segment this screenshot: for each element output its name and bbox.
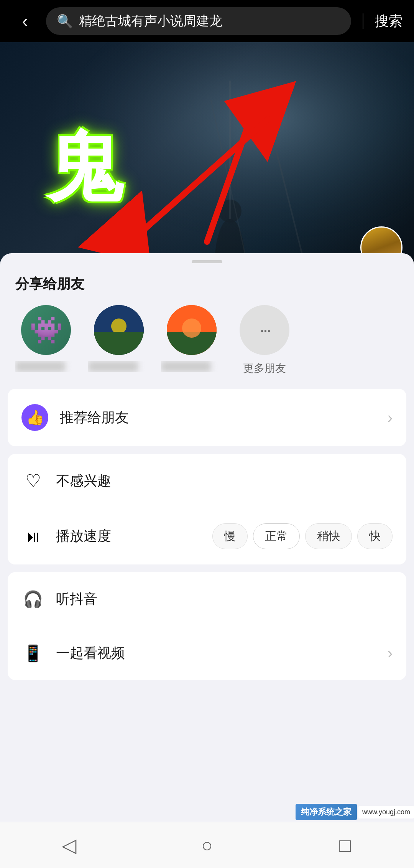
watermark: 纯净系统之家 www.yougj.com xyxy=(296,804,414,820)
friend-item-1[interactable]: 👾 xyxy=(15,305,77,372)
speed-options: 慢 正常 稍快 快 xyxy=(212,523,393,549)
watch-together-item[interactable]: 📱 一起看视频 › xyxy=(8,626,406,680)
speed-slightly-fast[interactable]: 稍快 xyxy=(305,523,352,549)
landscape-avatar-1 xyxy=(94,305,144,355)
friend-name-blur-1 xyxy=(15,361,65,372)
more-friends-label: 更多朋友 xyxy=(234,361,295,376)
watch-together-chevron: › xyxy=(388,645,393,662)
listen-douyin-label: 听抖音 xyxy=(56,590,393,609)
sheet-handle xyxy=(192,260,222,263)
not-interested-item[interactable]: ♡ 不感兴趣 xyxy=(8,454,406,508)
bottom-sheet: 分享给朋友 👾 xyxy=(0,253,414,868)
listen-watch-section: 🎧 听抖音 📱 一起看视频 › xyxy=(8,572,406,680)
monster-avatar: 👾 xyxy=(21,305,71,355)
friend-avatar-3 xyxy=(167,305,217,355)
not-interested-label: 不感兴趣 xyxy=(56,472,393,490)
svg-point-10 xyxy=(111,318,127,334)
friend-avatar-1: 👾 xyxy=(21,305,71,355)
friend-name-3 xyxy=(161,361,222,372)
search-input[interactable]: 精绝古城有声小说周建龙 xyxy=(79,12,340,30)
not-interested-icon: ♡ xyxy=(21,469,44,492)
friend-name-1 xyxy=(15,361,77,372)
share-section: 分享给朋友 👾 xyxy=(0,267,414,380)
playback-speed-icon: ⏯ xyxy=(21,525,44,548)
nav-home-button[interactable]: ○ xyxy=(192,830,222,861)
playback-speed-label: 播放速度 xyxy=(56,527,201,546)
search-icon: 🔍 xyxy=(57,13,73,29)
nav-back-icon: ◁ xyxy=(62,834,76,856)
search-button[interactable]: 搜索 xyxy=(375,12,402,31)
watermark-url: www.yougj.com xyxy=(358,806,414,818)
ghost-character: 鬼 xyxy=(46,129,123,205)
friend-name-2 xyxy=(88,361,150,372)
speed-fast[interactable]: 快 xyxy=(357,523,393,549)
search-divider xyxy=(363,13,363,29)
friend-avatar-2 xyxy=(94,305,144,355)
landscape-avatar-2 xyxy=(167,305,217,355)
watermark-line1: 纯净系统之家 xyxy=(301,807,352,817)
nav-recent-icon: □ xyxy=(339,834,351,856)
svg-rect-11 xyxy=(94,332,144,355)
share-title: 分享给朋友 xyxy=(15,275,399,294)
more-friends-avatar: ··· xyxy=(240,305,289,355)
more-icon: ··· xyxy=(260,319,270,341)
watermark-logo: 纯净系统之家 xyxy=(296,804,357,820)
nav-home-icon: ○ xyxy=(201,834,213,856)
friend-item-more[interactable]: ··· 更多朋友 xyxy=(234,305,295,376)
back-button[interactable]: ‹ xyxy=(12,8,38,35)
svg-point-14 xyxy=(182,318,201,338)
listen-douyin-icon: 🎧 xyxy=(21,587,44,611)
recommend-item[interactable]: 👍 推荐给朋友 › xyxy=(8,389,406,446)
listen-douyin-item[interactable]: 🎧 听抖音 xyxy=(8,572,406,626)
friend-name-blur-3 xyxy=(161,361,211,372)
nav-back-button[interactable]: ◁ xyxy=(54,830,84,861)
recommend-icon: 👍 xyxy=(21,404,48,431)
speed-slow[interactable]: 慢 xyxy=(212,523,248,549)
navigation-bar: ◁ ○ □ xyxy=(0,822,414,868)
recommend-chevron: › xyxy=(388,409,393,426)
watch-together-label: 一起看视频 xyxy=(56,644,376,663)
recommend-label: 推荐给朋友 xyxy=(60,408,376,427)
watch-together-icon: 📱 xyxy=(21,642,44,665)
video-area[interactable]: 鬼 xyxy=(0,0,414,292)
playback-speed-item[interactable]: ⏯ 播放速度 慢 正常 稍快 快 xyxy=(8,508,406,564)
friend-item-2[interactable] xyxy=(88,305,150,372)
thumbs-up-icon: 👍 xyxy=(26,409,44,426)
friends-row: 👾 xyxy=(15,305,399,376)
nav-recent-button[interactable]: □ xyxy=(330,830,360,861)
recommend-section: 👍 推荐给朋友 › xyxy=(8,389,406,446)
speed-normal[interactable]: 正常 xyxy=(253,523,300,549)
friend-item-3[interactable] xyxy=(161,305,222,372)
not-interested-section: ♡ 不感兴趣 ⏯ 播放速度 慢 正常 稍快 快 xyxy=(8,454,406,564)
watermark-line2: www.yougj.com xyxy=(362,808,410,816)
back-icon: ‹ xyxy=(22,12,28,31)
search-bar: ‹ 🔍 精绝古城有声小说周建龙 搜索 xyxy=(0,0,414,42)
search-input-wrap[interactable]: 🔍 精绝古城有声小说周建龙 xyxy=(46,7,351,35)
friend-name-blur-2 xyxy=(88,361,138,372)
